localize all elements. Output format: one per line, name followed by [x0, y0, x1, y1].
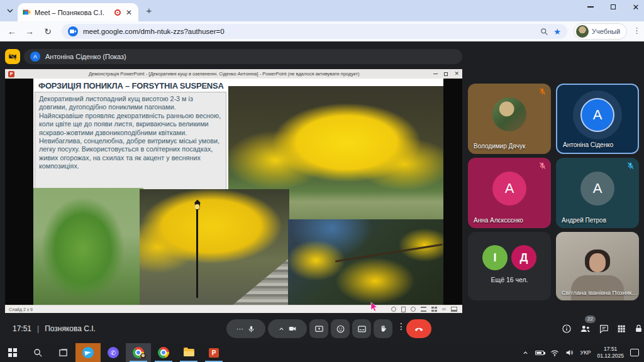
new-tab-button[interactable]: + — [143, 5, 155, 16]
participant-name: Андрей Петров — [562, 217, 606, 224]
participant-name: Світлана Іванівна Позняк... — [562, 289, 636, 296]
taskbar-viber-button[interactable]: ✆ — [101, 343, 126, 362]
lamp-glow — [195, 204, 199, 209]
raise-hand-button[interactable] — [374, 319, 392, 338]
powerpoint-titlebar: P Демонстрація PowerPoint - [Декоративні… — [5, 69, 462, 79]
ppt-minimize-button[interactable] — [433, 74, 438, 75]
more-options-icon[interactable]: ⋮ — [397, 321, 406, 331]
battery-icon[interactable] — [535, 351, 544, 355]
present-button[interactable] — [309, 319, 328, 338]
participants-icon[interactable] — [579, 324, 591, 334]
forsythia-closeup-photo — [288, 219, 443, 305]
next-slide-icon[interactable] — [411, 307, 416, 312]
taskbar-explorer-button[interactable] — [176, 343, 201, 362]
chevron-up-icon[interactable] — [278, 326, 285, 332]
minimize-button[interactable] — [586, 3, 595, 11]
host-controls-lock-icon[interactable] — [634, 324, 643, 334]
participant-tile[interactable]: Володимир Дячук — [468, 84, 551, 154]
restore-button[interactable] — [609, 3, 618, 11]
info-icon[interactable] — [562, 324, 572, 334]
meeting-code-label: Познякова С.І. — [45, 324, 96, 333]
previous-slide-icon[interactable] — [391, 307, 396, 312]
participant-tile[interactable]: А Анна Алєксєєнко — [468, 158, 551, 228]
tray-clock[interactable]: 17:51 01.12.2025 — [597, 346, 624, 359]
taskbar-powerpoint-button[interactable]: P — [201, 343, 226, 362]
address-bar[interactable]: meet.google.com/dmh-ntuk-zzs?authuser=0 … — [62, 24, 567, 39]
participant-name: Анна Алєксєєнко — [474, 217, 523, 224]
close-button[interactable]: ✕ — [631, 3, 640, 11]
slideshow-view-icon[interactable] — [451, 307, 457, 312]
participant-name: Володимир Дячук — [474, 143, 525, 150]
ppt-restore-button[interactable] — [444, 72, 448, 76]
recording-indicator-icon — [114, 9, 121, 16]
taskbar-chrome-button[interactable] — [151, 343, 176, 362]
screen: Meet – Познякова С.І. ✕ + ✕ ← → ↻ meet.g… — [0, 0, 644, 362]
forsythia-lamp-photo — [140, 189, 289, 305]
taskbar-chrome-button-active[interactable] — [126, 343, 151, 362]
camera-off-button[interactable] — [5, 49, 20, 64]
camera-button[interactable] — [268, 319, 307, 338]
task-view-button[interactable] — [50, 343, 75, 362]
browser-menu-icon[interactable]: ⋮ — [633, 26, 641, 35]
chat-icon[interactable] — [599, 324, 609, 334]
video-off-icon — [8, 52, 17, 61]
notes-icon[interactable] — [401, 307, 406, 312]
url-text: meet.google.com/dmh-ntuk-zzs?authuser=0 — [83, 28, 535, 35]
person-body — [571, 275, 624, 300]
start-button[interactable] — [0, 343, 25, 362]
participant-tile-active[interactable]: А Антоніна Сіденко — [556, 84, 639, 154]
slide-textbox: Декоративний листопадний кущ висотою 2-3… — [35, 92, 226, 190]
presenter-avatar: А — [30, 52, 40, 62]
taskbar-telegram-button[interactable] — [75, 343, 101, 362]
reactions-button[interactable] — [331, 319, 350, 338]
activities-icon[interactable] — [616, 324, 626, 334]
normal-view-icon[interactable] — [421, 307, 426, 312]
slide-sorter-view-icon[interactable] — [431, 307, 437, 312]
chrome-icon — [158, 347, 169, 358]
participant-tile[interactable]: А Андрей Петров — [556, 158, 639, 228]
tab-search-chevron-icon[interactable] — [5, 6, 15, 16]
slide-body-text: Декоративний листопадний кущ висотою 2-3… — [39, 95, 222, 170]
more-participants-tile[interactable]: І Д Ещё 16 чел. — [468, 232, 551, 300]
meeting-clock: 17:51 — [13, 324, 31, 333]
camera-icon — [288, 324, 297, 333]
telegram-icon — [82, 347, 94, 358]
browser-tab[interactable]: Meet – Познякова С.І. ✕ — [18, 3, 138, 21]
search-icon[interactable] — [540, 28, 548, 36]
volume-icon[interactable] — [565, 349, 574, 356]
more-participants-label: Ещё 16 чел. — [468, 276, 551, 283]
mic-button[interactable]: ⋯ — [226, 319, 265, 338]
reload-icon[interactable]: ↻ — [42, 26, 53, 37]
presenter-banner[interactable]: А Антоніна Сіденко (Показ) — [24, 49, 462, 64]
site-camera-icon — [68, 26, 78, 36]
wifi-icon[interactable] — [550, 349, 559, 356]
browser-profile-button[interactable]: Учебный — [574, 23, 627, 40]
end-call-button[interactable] — [406, 319, 431, 338]
mic-options-icon[interactable]: ⋯ — [236, 325, 244, 333]
tray-time: 17:51 — [597, 346, 624, 353]
meet-favicon-icon — [23, 8, 31, 16]
slide: ФОРЗИЦІЯ ПОНИКЛА – FORSYTHIA SUSPENSA Де… — [33, 79, 443, 305]
taskbar-search-button[interactable] — [25, 343, 50, 362]
branch — [335, 243, 443, 262]
participant-name: Антоніна Сіденко — [563, 141, 613, 148]
participant-tile-video[interactable]: Світлана Іванівна Позняк... — [556, 232, 639, 300]
avatar: А — [580, 98, 614, 132]
language-indicator[interactable]: УКР — [580, 349, 591, 356]
powerpoint-statusbar: Слайд 2 з 9 — [5, 305, 462, 313]
lamp-post — [196, 207, 198, 298]
tab-close-icon[interactable]: ✕ — [125, 8, 133, 17]
back-icon[interactable]: ← — [6, 26, 18, 37]
action-center-icon[interactable] — [630, 349, 639, 356]
captions-button[interactable] — [352, 319, 371, 338]
reading-view-icon[interactable] — [442, 308, 446, 310]
bookmark-star-icon[interactable]: ★ — [553, 27, 561, 36]
task-view-icon — [58, 348, 68, 358]
mic-off-icon — [538, 162, 547, 170]
presentation-canvas: ФОРЗИЦІЯ ПОНИКЛА – FORSYTHIA SUSPENSA Де… — [5, 79, 462, 305]
smiley-icon — [336, 324, 345, 334]
forward-icon[interactable]: → — [24, 26, 35, 37]
ppt-close-button[interactable]: ✕ — [454, 70, 459, 78]
tray-chevron-up-icon[interactable] — [522, 349, 529, 356]
mic-icon — [247, 325, 255, 333]
